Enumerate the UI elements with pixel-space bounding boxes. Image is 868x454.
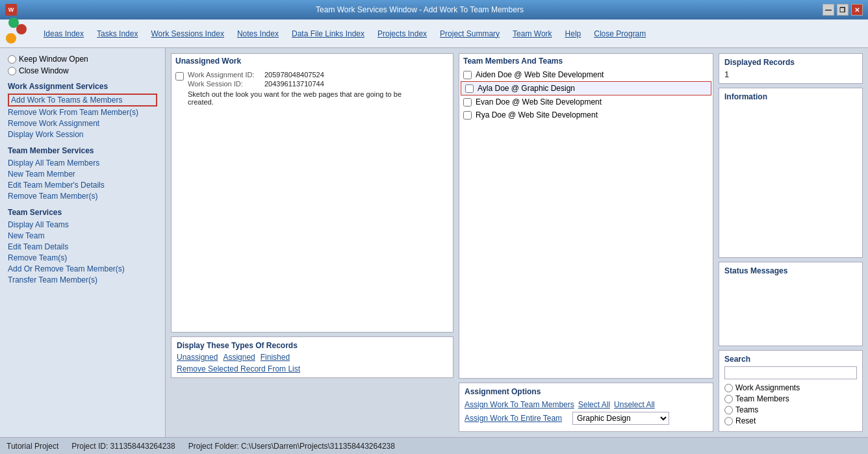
unselect-all-button[interactable]: Unselect All (614, 400, 655, 409)
member-label-0: Aiden Doe @ Web Site Development (476, 70, 604, 79)
search-reset-label: Reset (735, 416, 756, 425)
display-type-links: Unassigned Assigned Finished (177, 353, 448, 362)
menu-work-sessions-index[interactable]: Work Sessions Index (144, 27, 231, 41)
sidebar: Keep Window Open Close Window Work Assig… (0, 48, 166, 437)
menu-tasks-index[interactable]: Tasks Index (90, 27, 144, 41)
titlebar-title: Team Work Services Window - Add Work To … (316, 5, 524, 14)
statusbar: Tutorial Project Project ID: 31135844326… (0, 437, 868, 454)
project-folder-label: Project Folder: C:\Users\Darren\Projects… (188, 442, 395, 451)
team-members-panel: Team Members And Teams Aiden Doe @ Web S… (459, 53, 713, 379)
displayed-records-value: 1 (724, 69, 857, 79)
search-team-members-radio[interactable]: Team Members (724, 394, 857, 403)
member-checkbox-2[interactable] (463, 98, 472, 107)
center-panel: Unassigned Work Work Assignment ID: 2059… (166, 48, 459, 437)
menu-data-file-links-index[interactable]: Data File Links Index (285, 27, 371, 41)
sidebar-link-add-work[interactable]: Add Work To Teams & Members (8, 94, 157, 107)
display-types-panel: Display These Types Of Records Unassigne… (171, 336, 453, 378)
assignment-options-panel: Assignment Options Assign Work To Team M… (459, 383, 713, 432)
work-assignment-id-row: Work Assignment ID: 205978048407524 (188, 71, 409, 79)
information-box: Information (719, 88, 863, 258)
menu-projects-index[interactable]: Projects Index (371, 27, 433, 41)
displayed-records-box: Displayed Records 1 (719, 53, 863, 84)
assignment-options-title: Assignment Options (465, 387, 708, 396)
work-item: Work Assignment ID: 205978048407524 Work… (172, 68, 453, 108)
team-panel-area: Team Members And Teams Aiden Doe @ Web S… (459, 48, 719, 437)
team-member-services-title: Team Member Services (8, 146, 157, 155)
work-session-id-row: Work Session ID: 204396113710744 (188, 80, 409, 88)
sidebar-link-remove-work-member[interactable]: Remove Work From Team Member(s) (8, 107, 157, 118)
menu-close-program[interactable]: Close Program (587, 27, 652, 41)
team-member-item-0[interactable]: Aiden Doe @ Web Site Development (459, 68, 713, 81)
display-types-title: Display These Types Of Records (177, 341, 448, 350)
displayed-records-title: Displayed Records (724, 58, 857, 67)
search-title: Search (724, 355, 857, 364)
display-assigned-link[interactable]: Assigned (223, 353, 255, 362)
team-member-item-1[interactable]: Ayla Doe @ Graphic Design (461, 81, 711, 95)
sidebar-link-edit-team[interactable]: Edit Team Details (8, 242, 157, 252)
work-assignment-id-value: 205978048407524 (264, 71, 324, 79)
display-finished-link[interactable]: Finished (261, 353, 290, 362)
team-member-item-3[interactable]: Rya Doe @ Web Site Development (459, 108, 713, 121)
search-teams-label: Teams (735, 405, 758, 414)
sidebar-link-display-all-teams[interactable]: Display All Teams (8, 220, 157, 230)
main-area: Keep Window Open Close Window Work Assig… (0, 48, 868, 437)
work-session-id-value: 204396113710744 (264, 80, 324, 88)
project-id-label: Project ID: 311358443264238 (71, 442, 175, 451)
menu-help[interactable]: Help (559, 27, 588, 41)
assign-to-team-label[interactable]: Assign Work To Entire Team (465, 414, 568, 423)
sidebar-link-remove-work-assignment[interactable]: Remove Work Assignment (8, 118, 157, 129)
search-input[interactable] (724, 366, 857, 379)
logo (6, 24, 27, 44)
team-members-title: Team Members And Teams (459, 54, 713, 68)
sidebar-link-new-team-member[interactable]: New Team Member (8, 169, 157, 179)
menu-team-work[interactable]: Team Work (506, 27, 558, 41)
member-checkbox-1[interactable] (465, 84, 474, 93)
close-window-radio[interactable]: Close Window (8, 66, 157, 75)
menu-project-summary[interactable]: Project Summary (433, 27, 506, 41)
work-description: Sketch out the look you want for the web… (188, 90, 409, 106)
team-member-item-2[interactable]: Evan Doe @ Web Site Development (459, 95, 713, 108)
work-item-details: Work Assignment ID: 205978048407524 Work… (188, 71, 409, 106)
sidebar-link-remove-team-member[interactable]: Remove Team Member(s) (8, 191, 157, 201)
sidebar-link-display-work-session[interactable]: Display Work Session (8, 129, 157, 140)
keep-window-open-radio[interactable]: Keep Window Open (8, 55, 157, 64)
assign-team-row: Assign Work To Entire Team Graphic Desig… (465, 412, 708, 425)
member-checkbox-0[interactable] (463, 71, 472, 79)
sidebar-link-add-remove-team-member[interactable]: Add Or Remove Team Member(s) (8, 264, 157, 274)
member-checkbox-3[interactable] (463, 111, 472, 120)
menu-ideas-index[interactable]: Ideas Index (37, 27, 90, 41)
sidebar-link-display-all-members[interactable]: Display All Team Members (8, 158, 157, 168)
search-work-assignments-label: Work Assignments (735, 383, 800, 392)
project-id-value: 311358443264238 (110, 442, 175, 451)
display-unassigned-link[interactable]: Unassigned (177, 353, 218, 362)
member-label-1: Ayla Doe @ Graphic Design (478, 84, 575, 93)
assign-to-members-label[interactable]: Assign Work To Team Members (465, 400, 574, 409)
project-folder-value: C:\Users\Darren\Projects\311358443264238 (241, 442, 395, 451)
menubar: Ideas Index Tasks Index Work Sessions In… (0, 19, 868, 48)
status-messages-box: Status Messages (719, 262, 863, 346)
work-assignment-id-label: Work Assignment ID: (188, 71, 259, 79)
sidebar-link-new-team[interactable]: New Team (8, 231, 157, 241)
team-services-title: Team Services (8, 208, 157, 217)
status-messages-title: Status Messages (724, 266, 857, 275)
member-label-2: Evan Doe @ Web Site Development (476, 97, 602, 107)
sidebar-link-edit-team-member[interactable]: Edit Team Member's Details (8, 180, 157, 190)
menu-notes-index[interactable]: Notes Index (231, 27, 285, 41)
assign-members-row: Assign Work To Team Members Select All U… (465, 400, 708, 409)
sidebar-link-transfer-team-member[interactable]: Transfer Team Member(s) (8, 275, 157, 285)
search-teams-radio[interactable]: Teams (724, 405, 857, 414)
project-name: Tutorial Project (6, 442, 58, 451)
search-reset-radio[interactable]: Reset (724, 416, 857, 425)
select-all-button[interactable]: Select All (578, 400, 610, 409)
work-item-checkbox[interactable] (175, 72, 184, 81)
work-assignment-services-title: Work Assignment Services (8, 82, 157, 91)
sidebar-link-remove-team[interactable]: Remove Team(s) (8, 253, 157, 263)
minimize-button[interactable]: — (823, 4, 834, 16)
team-dropdown[interactable]: Graphic DesignWeb Site Development (572, 412, 669, 425)
member-label-3: Rya Doe @ Web Site Development (476, 110, 598, 120)
restore-button[interactable]: ❐ (837, 4, 849, 16)
remove-selected-link[interactable]: Remove Selected Record From List (177, 364, 448, 373)
unassigned-work-title: Unassigned Work (172, 54, 453, 68)
close-button[interactable]: ✕ (851, 4, 863, 16)
search-work-assignments-radio[interactable]: Work Assignments (724, 383, 857, 392)
